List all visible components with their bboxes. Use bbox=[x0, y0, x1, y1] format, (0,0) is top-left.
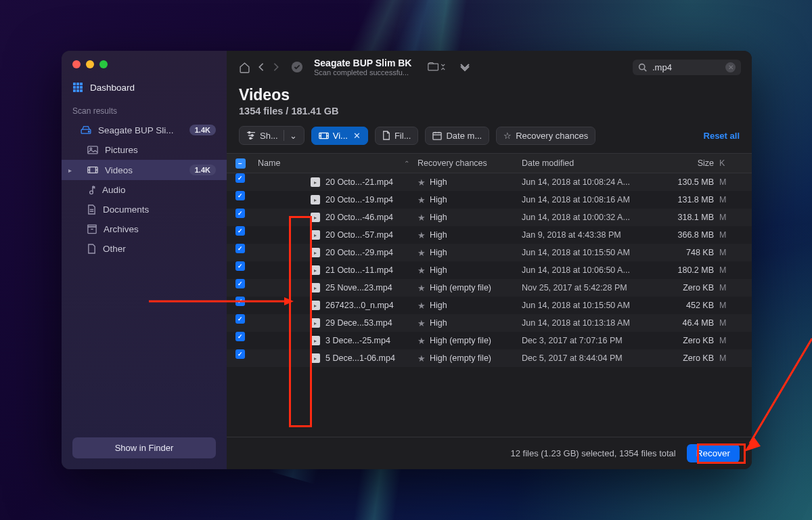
column-recovery[interactable]: Recovery chances bbox=[413, 154, 518, 173]
scan-status-text: Scan completed successfu... bbox=[314, 68, 411, 77]
size-text: 452 KB bbox=[660, 296, 718, 315]
table-row[interactable]: ✓▸20 Octo...-29.mp4★HighJun 14, 2018 at … bbox=[227, 244, 752, 261]
search-icon bbox=[638, 63, 647, 72]
more-button[interactable] bbox=[459, 62, 471, 72]
heading: Videos 1354 files / 181.41 GB bbox=[227, 82, 752, 126]
reset-filters-button[interactable]: Reset all bbox=[704, 131, 740, 141]
recovery-filter-button[interactable]: ☆ Recovery chances bbox=[496, 127, 595, 145]
table-row[interactable]: ✓▸5 Dece...1-06.mp4★High (empty file)Dec… bbox=[227, 349, 752, 367]
column-kind[interactable]: K bbox=[718, 154, 730, 173]
svg-rect-16 bbox=[88, 225, 96, 227]
star-icon: ☆ bbox=[503, 131, 512, 141]
sidebar: Dashboard Scan results Seagate BUP Sli..… bbox=[62, 51, 227, 469]
svg-point-12 bbox=[90, 148, 92, 150]
row-checkbox[interactable]: ✓ bbox=[235, 349, 245, 359]
star-icon: ★ bbox=[418, 265, 426, 276]
table-row[interactable]: ✓▸29 Dece...53.mp4★HighJun 14, 2018 at 1… bbox=[227, 314, 752, 332]
table-row[interactable]: ✓▸25 Nove...23.mp4★High (empty file)Nov … bbox=[227, 279, 752, 297]
maximize-window-button[interactable] bbox=[99, 60, 108, 68]
table-row[interactable]: ✓▸3 Dece...-25.mp4★High (empty file)Dec … bbox=[227, 332, 752, 349]
file-icon: ▸ bbox=[311, 301, 320, 310]
sidebar-item-label: Videos bbox=[105, 165, 133, 175]
filter-bar: Sh... ⌄ Vi... ✕ Fil... Date m... ☆ Recov… bbox=[227, 126, 752, 153]
row-checkbox[interactable]: ✓ bbox=[235, 297, 245, 306]
row-checkbox[interactable]: ✓ bbox=[235, 244, 245, 253]
recovery-text: High (empty file) bbox=[430, 283, 491, 292]
svg-rect-15 bbox=[88, 227, 96, 234]
dashboard-icon bbox=[72, 82, 83, 93]
row-checkbox[interactable]: ✓ bbox=[235, 209, 245, 218]
sidebar-item-documents[interactable]: Documents bbox=[62, 200, 227, 219]
sidebar-item-seagate-bup-sli-[interactable]: Seagate BUP Sli...1.4K bbox=[62, 120, 227, 140]
sidebar-item-audio[interactable]: Audio bbox=[62, 180, 227, 200]
sidebar-item-videos[interactable]: ▸Videos1.4K bbox=[62, 160, 227, 180]
nav-forward-button[interactable] bbox=[272, 62, 280, 72]
row-checkbox[interactable]: ✓ bbox=[235, 173, 245, 183]
row-checkbox[interactable]: ✓ bbox=[235, 332, 245, 341]
search-field[interactable]: ✕ bbox=[633, 60, 741, 75]
table-row[interactable]: ✓▸21 Octo...-11.mp4★HighJun 14, 2018 at … bbox=[227, 261, 752, 279]
column-name[interactable]: Name⌃ bbox=[254, 154, 413, 173]
svg-point-14 bbox=[90, 191, 93, 194]
close-window-button[interactable] bbox=[72, 60, 81, 68]
table-row[interactable]: ✓▸20 Octo...-21.mp4★HighJun 14, 2018 at … bbox=[227, 173, 752, 191]
row-checkbox[interactable]: ✓ bbox=[235, 261, 245, 271]
kind-text: M bbox=[718, 243, 730, 262]
row-checkbox[interactable]: ✓ bbox=[235, 279, 245, 288]
star-icon: ★ bbox=[418, 230, 426, 240]
sidebar-item-label: Archives bbox=[104, 224, 139, 234]
select-all-checkbox[interactable]: − bbox=[235, 158, 246, 169]
window-controls bbox=[62, 60, 227, 78]
folder-picker-button[interactable] bbox=[428, 62, 445, 72]
table-row[interactable]: ✓▸20 Octo...-19.mp4★HighJun 14, 2018 at … bbox=[227, 191, 752, 209]
show-filter-button[interactable]: Sh... ⌄ bbox=[239, 126, 304, 145]
table-row[interactable]: ✓▸267423...0_n.mp4★HighJun 14, 2018 at 1… bbox=[227, 297, 752, 314]
sidebar-item-label: Pictures bbox=[105, 145, 138, 155]
nav-back-button[interactable] bbox=[257, 62, 265, 72]
file-icon: ▸ bbox=[311, 318, 320, 328]
recovery-text: High (empty file) bbox=[430, 353, 491, 363]
sidebar-item-other[interactable]: Other bbox=[62, 239, 227, 259]
remove-filter-icon[interactable]: ✕ bbox=[353, 131, 361, 141]
drive-title: Seagate BUP Slim BK bbox=[314, 58, 411, 68]
row-checkbox[interactable]: ✓ bbox=[235, 314, 245, 324]
star-icon: ★ bbox=[418, 283, 426, 293]
clear-search-button[interactable]: ✕ bbox=[725, 62, 736, 72]
archive-icon bbox=[87, 224, 97, 234]
date-filter-button[interactable]: Date m... bbox=[425, 127, 489, 145]
kind-text: M bbox=[718, 225, 730, 244]
home-button[interactable] bbox=[239, 62, 250, 73]
table-row[interactable]: ✓▸20 Octo...-46.mp4★HighJun 14, 2018 at … bbox=[227, 209, 752, 226]
minimize-window-button[interactable] bbox=[86, 60, 94, 68]
toolbar-title-block: Seagate BUP Slim BK Scan completed succe… bbox=[314, 58, 411, 77]
sidebar-item-pictures[interactable]: Pictures bbox=[62, 140, 227, 160]
row-checkbox[interactable]: ✓ bbox=[235, 226, 245, 236]
size-text: Zero KB bbox=[660, 349, 718, 368]
picture-icon bbox=[87, 146, 98, 154]
video-icon bbox=[87, 166, 98, 174]
file-icon: ▸ bbox=[311, 230, 320, 240]
video-filter-chip[interactable]: Vi... ✕ bbox=[311, 127, 368, 145]
show-in-finder-button[interactable]: Show in Finder bbox=[72, 437, 216, 458]
svg-point-21 bbox=[251, 135, 253, 137]
recover-button[interactable]: Recover bbox=[687, 444, 740, 462]
recovery-text: High bbox=[430, 177, 447, 187]
file-filter-button[interactable]: Fil... bbox=[375, 127, 419, 145]
date-text: Jun 14, 2018 at 10:15:50 AM bbox=[518, 243, 660, 262]
table-row[interactable]: ✓▸20 Octo...-57.mp4★HighJan 9, 2018 at 4… bbox=[227, 226, 752, 244]
column-size[interactable]: Size bbox=[660, 154, 718, 173]
star-icon: ★ bbox=[418, 336, 426, 346]
row-checkbox[interactable]: ✓ bbox=[235, 191, 245, 200]
file-name: 20 Octo...-29.mp4 bbox=[325, 248, 393, 257]
size-text: 748 KB bbox=[660, 243, 718, 262]
dashboard-link[interactable]: Dashboard bbox=[62, 78, 227, 97]
search-input[interactable] bbox=[652, 62, 720, 72]
kind-text: M bbox=[718, 208, 730, 227]
star-icon: ★ bbox=[418, 195, 426, 205]
sidebar-item-archives[interactable]: Archives bbox=[62, 219, 227, 239]
doc-icon bbox=[87, 204, 96, 215]
file-list: ✓▸20 Octo...-21.mp4★HighJun 14, 2018 at … bbox=[227, 173, 752, 437]
recovery-text: High bbox=[430, 230, 447, 240]
svg-rect-24 bbox=[433, 132, 441, 139]
column-date[interactable]: Date modified bbox=[518, 154, 660, 173]
